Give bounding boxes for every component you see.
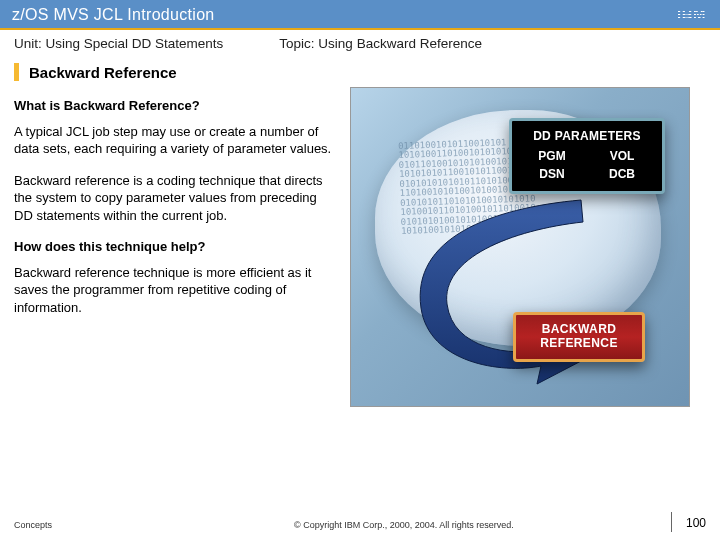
accent-bar-icon: [14, 63, 19, 81]
section-title: Backward Reference: [29, 64, 177, 81]
meta-bar: Unit: Using Special DD Statements Topic:…: [0, 30, 720, 57]
slide-title: z/OS MVS JCL Introduction: [12, 6, 215, 24]
para-3: Backward reference technique is more eff…: [14, 264, 336, 317]
footer-copyright: © Copyright IBM Corp., 2000, 2004. All r…: [294, 520, 514, 530]
ibm-logo: IBM: [677, 5, 706, 22]
figure-column: 01101001010110010101 1010100110100101010…: [350, 87, 706, 540]
dd-param-dcb: DCB: [592, 167, 652, 181]
topic-label: Topic: Using Backward Reference: [279, 36, 482, 51]
para-1: A typical JCL job step may use or create…: [14, 123, 336, 158]
br-label: BACKWARD REFERENCE: [516, 323, 642, 351]
section-header: Backward Reference: [0, 57, 720, 83]
title-bar: z/OS MVS JCL Introduction IBM: [0, 0, 720, 30]
figure-canvas: 01101001010110010101 1010100110100101010…: [350, 87, 690, 407]
slide-body: What is Backward Reference? A typical JC…: [0, 83, 720, 540]
subhead-2: How does this technique help?: [14, 238, 336, 256]
subhead-1: What is Backward Reference?: [14, 97, 336, 115]
dd-box-title: DD PARAMETERS: [522, 129, 652, 143]
footer: Concepts © Copyright IBM Corp., 2000, 20…: [0, 516, 720, 540]
footer-left: Concepts: [14, 520, 52, 530]
footer-divider: [671, 512, 672, 532]
backward-reference-box: BACKWARD REFERENCE: [513, 312, 645, 362]
unit-label: Unit: Using Special DD Statements: [14, 36, 223, 51]
dd-parameters-box: DD PARAMETERS PGM VOL DSN DCB: [509, 118, 665, 194]
dd-param-vol: VOL: [592, 149, 652, 163]
para-2: Backward reference is a coding technique…: [14, 172, 336, 225]
ibm-logo-text: IBM: [677, 5, 706, 22]
page-number: 100: [686, 516, 706, 530]
dd-param-pgm: PGM: [522, 149, 582, 163]
text-column: What is Backward Reference? A typical JC…: [14, 87, 336, 540]
dd-param-dsn: DSN: [522, 167, 582, 181]
